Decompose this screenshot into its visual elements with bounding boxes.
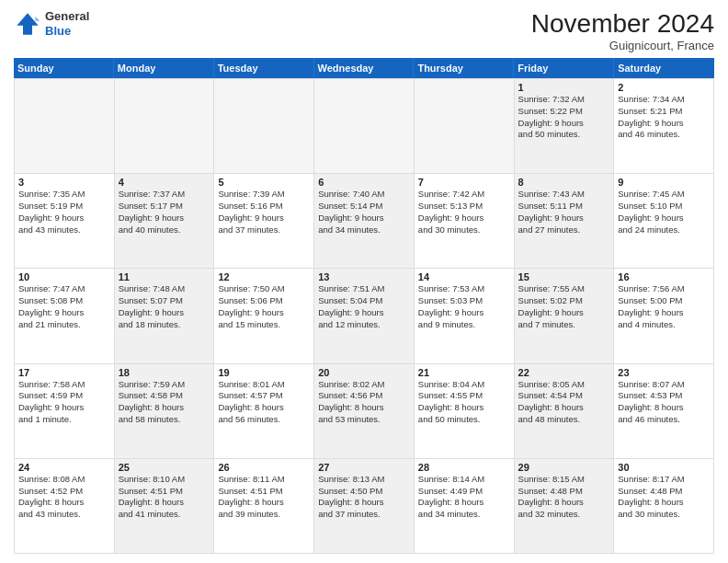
cell-info-line: and 32 minutes.	[518, 509, 610, 521]
cell-info-line: Sunset: 5:17 PM	[119, 201, 210, 213]
cell-info-line: Sunrise: 7:47 AM	[18, 283, 110, 295]
cell-info-line: and 50 minutes.	[418, 414, 510, 426]
cell-info-line: Daylight: 9 hours	[518, 213, 610, 224]
cell-info-line: and 40 minutes.	[119, 224, 210, 236]
cell-info-line: Sunset: 5:21 PM	[618, 106, 710, 118]
cell-info-line: Daylight: 9 hours	[618, 307, 710, 319]
cell-info-line: Sunset: 4:53 PM	[618, 390, 710, 402]
calendar-header: SundayMondayTuesdayWednesdayThursdayFrid…	[14, 58, 714, 78]
calendar-cell	[415, 79, 515, 174]
day-number: 2	[618, 82, 710, 93]
day-number: 27	[318, 462, 410, 473]
cell-info-line: and 27 minutes.	[518, 224, 610, 236]
cell-info-line: and 30 minutes.	[418, 224, 510, 236]
cell-info-line: Sunset: 5:08 PM	[18, 295, 110, 307]
cell-info-line: Sunset: 5:13 PM	[418, 201, 510, 213]
cell-info-line: and 21 minutes.	[18, 319, 110, 331]
cell-info-line: Daylight: 8 hours	[618, 402, 710, 414]
cell-info-line: and 7 minutes.	[518, 319, 610, 331]
calendar-cell	[15, 79, 115, 174]
cell-info-line: and 12 minutes.	[318, 319, 410, 331]
logo: General Blue	[14, 9, 89, 38]
day-number: 11	[119, 271, 210, 282]
day-number: 9	[618, 177, 710, 188]
cell-info-line: Daylight: 9 hours	[218, 213, 310, 224]
calendar-cell: 9Sunrise: 7:45 AMSunset: 5:10 PMDaylight…	[614, 174, 714, 269]
cell-info-line: and 53 minutes.	[318, 414, 410, 426]
cell-info-line: Sunrise: 8:05 AM	[518, 379, 610, 391]
cell-info-line: Daylight: 9 hours	[18, 307, 110, 319]
calendar-cell: 17Sunrise: 7:58 AMSunset: 4:59 PMDayligh…	[15, 364, 115, 459]
calendar-cell: 8Sunrise: 7:43 AMSunset: 5:11 PMDaylight…	[515, 174, 615, 269]
calendar-cell: 22Sunrise: 8:05 AMSunset: 4:54 PMDayligh…	[515, 364, 615, 459]
cell-info-line: and 1 minute.	[18, 414, 110, 426]
cell-info-line: Sunset: 4:51 PM	[119, 486, 210, 498]
cell-info-line: Sunrise: 8:04 AM	[418, 379, 510, 391]
day-number: 22	[518, 367, 610, 378]
cell-info-line: and 37 minutes.	[318, 509, 410, 521]
cell-info-line: Sunrise: 7:53 AM	[418, 283, 510, 295]
cell-info-line: and 39 minutes.	[218, 509, 310, 521]
cell-info-line: Sunrise: 7:50 AM	[218, 283, 310, 295]
day-number: 15	[518, 271, 610, 282]
cell-info-line: Sunset: 5:07 PM	[119, 295, 210, 307]
cell-info-line: Sunrise: 7:51 AM	[318, 283, 410, 295]
cell-info-line: Sunrise: 7:45 AM	[618, 189, 710, 201]
logo-text: General Blue	[45, 9, 89, 38]
calendar-cell	[214, 79, 314, 174]
cell-info-line: Daylight: 9 hours	[518, 307, 610, 319]
cell-info-line: Daylight: 9 hours	[418, 307, 510, 319]
day-number: 16	[618, 271, 710, 282]
cell-info-line: Daylight: 9 hours	[18, 402, 110, 414]
cell-info-line: Sunrise: 7:39 AM	[218, 189, 310, 201]
cell-info-line: Sunrise: 7:48 AM	[119, 283, 210, 295]
day-number: 8	[518, 177, 610, 188]
day-number: 10	[18, 271, 110, 282]
day-number: 5	[218, 177, 310, 188]
cell-info-line: Daylight: 8 hours	[518, 497, 610, 509]
day-number: 13	[318, 271, 410, 282]
weekday-header: Wednesday	[314, 58, 415, 78]
cell-info-line: Daylight: 9 hours	[119, 213, 210, 224]
cell-info-line: Sunset: 4:48 PM	[618, 486, 710, 498]
day-number: 21	[418, 367, 510, 378]
cell-info-line: Daylight: 8 hours	[218, 497, 310, 509]
weekday-header: Friday	[514, 58, 614, 78]
day-number: 7	[418, 177, 510, 188]
calendar-cell	[314, 79, 415, 174]
cell-info-line: and 18 minutes.	[119, 319, 210, 331]
cell-info-line: Sunrise: 7:37 AM	[119, 189, 210, 201]
calendar-cell: 25Sunrise: 8:10 AMSunset: 4:51 PMDayligh…	[115, 459, 215, 554]
weekday-header: Saturday	[614, 58, 714, 78]
cell-info-line: Sunrise: 8:14 AM	[418, 474, 510, 486]
calendar-cell: 14Sunrise: 7:53 AMSunset: 5:03 PMDayligh…	[415, 269, 515, 363]
cell-info-line: Daylight: 9 hours	[318, 213, 410, 224]
calendar-cell: 10Sunrise: 7:47 AMSunset: 5:08 PMDayligh…	[15, 269, 115, 363]
cell-info-line: Daylight: 8 hours	[518, 402, 610, 414]
cell-info-line: Daylight: 8 hours	[18, 497, 110, 509]
weekday-header: Monday	[114, 58, 214, 78]
cell-info-line: Sunset: 5:10 PM	[618, 201, 710, 213]
calendar-cell: 30Sunrise: 8:17 AMSunset: 4:48 PMDayligh…	[614, 459, 714, 554]
cell-info-line: Daylight: 8 hours	[618, 497, 710, 509]
logo-icon	[14, 10, 41, 38]
cell-info-line: and 30 minutes.	[618, 509, 710, 521]
cell-info-line: and 43 minutes.	[18, 509, 110, 521]
cell-info-line: Daylight: 8 hours	[318, 402, 410, 414]
day-number: 23	[618, 367, 710, 378]
cell-info-line: Daylight: 8 hours	[418, 402, 510, 414]
weekday-header: Thursday	[414, 58, 514, 78]
cell-info-line: Sunset: 5:11 PM	[518, 201, 610, 213]
day-number: 30	[618, 462, 710, 473]
cell-info-line: and 46 minutes.	[618, 414, 710, 426]
calendar-cell: 15Sunrise: 7:55 AMSunset: 5:02 PMDayligh…	[515, 269, 615, 363]
cell-info-line: and 41 minutes.	[119, 509, 210, 521]
cell-info-line: Sunset: 5:02 PM	[518, 295, 610, 307]
cell-info-line: and 9 minutes.	[418, 319, 510, 331]
calendar-cell: 13Sunrise: 7:51 AMSunset: 5:04 PMDayligh…	[314, 269, 415, 363]
cell-info-line: Sunset: 4:50 PM	[318, 486, 410, 498]
cell-info-line: and 34 minutes.	[418, 509, 510, 521]
day-number: 14	[418, 271, 510, 282]
cell-info-line: Sunrise: 7:58 AM	[18, 379, 110, 391]
calendar-cell: 21Sunrise: 8:04 AMSunset: 4:55 PMDayligh…	[415, 364, 515, 459]
